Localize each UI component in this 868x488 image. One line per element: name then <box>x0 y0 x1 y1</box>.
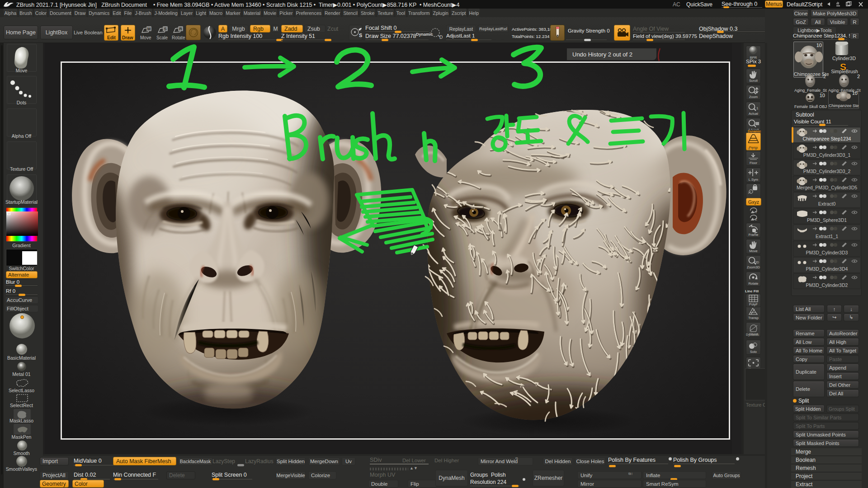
svg-text::1: :1 <box>755 106 759 110</box>
svg-text:Y: Y <box>755 210 758 214</box>
svg-text:D: D <box>439 35 443 40</box>
svg-text:S: S <box>359 33 362 38</box>
svg-text:S: S <box>164 27 166 31</box>
svg-text:3D: 3D <box>755 261 759 264</box>
svg-text:R: R <box>179 27 182 31</box>
svg-text:M: M <box>147 27 151 31</box>
svg-text:Z: Z <box>755 217 757 221</box>
